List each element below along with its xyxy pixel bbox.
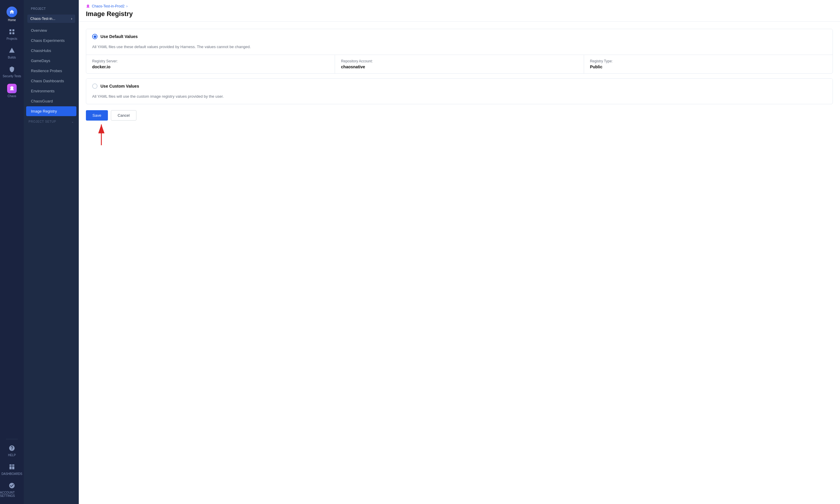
project-selector[interactable]: Chaos-Test-in... › (27, 15, 75, 23)
custom-values-title: Use Custom Values (101, 84, 139, 89)
project-setup-header[interactable]: PROJECT SETUP ⌄ (24, 116, 79, 125)
svg-rect-1 (13, 30, 14, 31)
svg-marker-4 (9, 48, 15, 53)
chaos-label: Chaos (8, 94, 16, 98)
project-setup-chevron: ⌄ (71, 120, 74, 123)
chaosguard-label: ChaosGuard (31, 99, 53, 103)
cancel-button[interactable]: Cancel (111, 110, 137, 121)
main-header: Chaos-Test-in-Prod2 › Image Registry (79, 0, 840, 22)
default-values-header[interactable]: Use Default Values (86, 29, 833, 44)
project-setup-label: PROJECT SETUP (29, 120, 56, 123)
default-values-radio[interactable] (92, 34, 98, 39)
registry-type-value: Public (590, 65, 827, 69)
arrow-annotation (92, 122, 110, 146)
sidebar-item-chaos-dashboards[interactable]: Chaos Dashboards (26, 76, 76, 86)
page-title: Image Registry (86, 10, 833, 18)
custom-values-card: Use Custom Values All YAML files will us… (86, 78, 833, 105)
builds-label: Builds (8, 56, 16, 59)
image-registry-label: Image Registry (31, 109, 57, 113)
nav-projects[interactable]: Projects (0, 25, 24, 43)
sidebar-item-chaosguard[interactable]: ChaosGuard (26, 96, 76, 106)
repository-account-label: Repository Account: (341, 59, 578, 63)
sidebar-item-chaoshubs[interactable]: ChaosHubs (26, 46, 76, 56)
breadcrumb-separator: › (126, 4, 127, 8)
dashboards-label: DASHBOARDS (1, 472, 22, 475)
svg-rect-6 (12, 465, 14, 466)
projects-icon (8, 28, 16, 36)
breadcrumb: Chaos-Test-in-Prod2 › (86, 4, 833, 8)
sidebar-item-environments[interactable]: Environments (26, 86, 76, 96)
chaoshubs-label: ChaosHubs (31, 49, 51, 53)
project-selector-chevron: › (71, 17, 72, 21)
custom-values-radio[interactable] (92, 84, 98, 89)
nav-security[interactable]: Security Tests (0, 62, 24, 81)
nav-account[interactable]: ACCOUNT SETTINGS (0, 479, 24, 501)
gamedays-label: GameDays (31, 58, 50, 63)
custom-values-header[interactable]: Use Custom Values (86, 79, 833, 93)
registry-server-label: Registry Server: (92, 59, 329, 63)
breadcrumb-project[interactable]: Chaos-Test-in-Prod2 (92, 4, 125, 8)
sidebar-item-chaos-experiments[interactable]: Chaos Experiments (26, 36, 76, 46)
registry-info-row: Registry Server: docker.io Repository Ac… (86, 55, 833, 73)
svg-rect-7 (10, 466, 12, 469)
nav-dashboards[interactable]: DASHBOARDS (0, 460, 24, 479)
nav-divider (6, 439, 18, 439)
nav-chaos[interactable]: Chaos (0, 81, 24, 101)
main-content-area: Chaos-Test-in-Prod2 › Image Registry Use… (79, 0, 840, 504)
icon-nav: Home Projects Builds Security Tests (0, 0, 24, 504)
registry-type-cell: Registry Type: Public (584, 55, 833, 73)
default-values-description: All YAML files use these default values … (86, 44, 833, 55)
default-values-title: Use Default Values (101, 34, 138, 39)
sidebar-item-resilience-probes[interactable]: Resilience Probes (26, 66, 76, 76)
repository-account-cell: Repository Account: chaosnative (335, 55, 584, 73)
registry-server-value: docker.io (92, 65, 329, 69)
chaos-experiments-label: Chaos Experiments (31, 38, 65, 43)
registry-server-cell: Registry Server: docker.io (86, 55, 335, 73)
home-label: Home (8, 18, 16, 22)
main-content: Use Default Values All YAML files use th… (79, 22, 840, 128)
chaos-dashboards-label: Chaos Dashboards (31, 79, 64, 83)
home-icon (6, 6, 17, 17)
resilience-probes-label: Resilience Probes (31, 69, 62, 73)
breadcrumb-icon (86, 4, 90, 8)
sidebar-item-image-registry[interactable]: Image Registry (26, 106, 76, 116)
account-label: ACCOUNT SETTINGS (0, 491, 24, 498)
sidebar-item-overview[interactable]: Overview (26, 25, 76, 35)
svg-rect-3 (13, 32, 14, 34)
button-row: Save Cancel (86, 110, 833, 121)
projects-label: Projects (6, 37, 17, 40)
svg-rect-8 (12, 466, 14, 469)
save-button[interactable]: Save (86, 110, 108, 121)
nav-builds[interactable]: Builds (0, 43, 24, 62)
svg-rect-5 (10, 465, 12, 466)
project-name: Chaos-Test-in... (30, 17, 55, 21)
overview-label: Overview (31, 28, 47, 33)
svg-rect-0 (10, 30, 11, 31)
account-icon (8, 482, 16, 490)
chaos-icon (7, 84, 17, 93)
svg-rect-2 (10, 32, 11, 34)
dashboards-icon (8, 463, 16, 471)
security-icon (8, 65, 16, 73)
project-label: Project (27, 3, 75, 13)
sidebar: Project Chaos-Test-in... › Overview Chao… (24, 0, 79, 504)
nav-home[interactable]: Home (0, 3, 24, 25)
environments-label: Environments (31, 89, 54, 93)
help-label: HELP (8, 453, 16, 457)
help-icon (8, 444, 16, 452)
custom-values-description: All YAML files will use the custom image… (86, 93, 833, 104)
sidebar-item-gamedays[interactable]: GameDays (26, 56, 76, 66)
nav-help[interactable]: HELP (0, 441, 24, 460)
repository-account-value: chaosnative (341, 65, 578, 69)
builds-icon (8, 46, 16, 55)
registry-type-label: Registry Type: (590, 59, 827, 63)
default-values-card: Use Default Values All YAML files use th… (86, 29, 833, 74)
sidebar-nav: Overview Chaos Experiments ChaosHubs Gam… (24, 25, 79, 116)
security-label: Security Tests (3, 74, 21, 78)
